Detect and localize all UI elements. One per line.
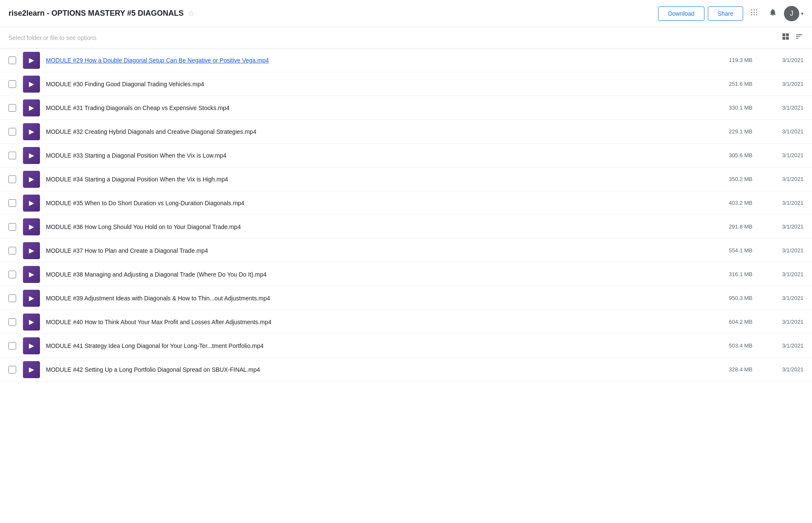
file-checkbox[interactable] bbox=[9, 294, 16, 302]
file-date: 3/1/2021 bbox=[752, 128, 803, 135]
header: rise2learn - OPTIONS MASTERY #5 DIAGONAL… bbox=[0, 0, 812, 27]
table-row[interactable]: ▶MODULE #31 Trading Diagonals on Cheap v… bbox=[0, 96, 812, 120]
svg-point-2 bbox=[756, 9, 758, 11]
header-actions: Download Share J ▾ bbox=[658, 5, 803, 22]
folder-options-placeholder: Select folder or file to see options bbox=[9, 34, 781, 41]
table-row[interactable]: ▶MODULE #40 How to Think About Your Max … bbox=[0, 310, 812, 334]
file-thumbnail: ▶ bbox=[23, 171, 40, 188]
file-thumbnail: ▶ bbox=[23, 195, 40, 212]
toolbar: Select folder or file to see options bbox=[0, 27, 812, 48]
file-checkbox[interactable] bbox=[9, 80, 16, 88]
file-thumbnail: ▶ bbox=[23, 52, 40, 69]
file-name[interactable]: MODULE #42 Setting Up a Long Portfolio D… bbox=[46, 366, 701, 373]
file-thumbnail: ▶ bbox=[23, 290, 40, 307]
file-date: 3/1/2021 bbox=[752, 152, 803, 158]
file-date: 3/1/2021 bbox=[752, 295, 803, 301]
file-checkbox[interactable] bbox=[9, 175, 16, 183]
table-row[interactable]: ▶MODULE #39 Adjustment Ideas with Diagon… bbox=[0, 286, 812, 310]
file-name[interactable]: MODULE #34 Starting a Diagonal Position … bbox=[46, 176, 701, 183]
svg-point-0 bbox=[751, 9, 752, 11]
table-row[interactable]: ▶MODULE #36 How Long Should You Hold on … bbox=[0, 215, 812, 239]
table-row[interactable]: ▶MODULE #37 How to Plan and Create a Dia… bbox=[0, 239, 812, 263]
file-size: 950.3 MB bbox=[701, 295, 752, 301]
file-name[interactable]: MODULE #40 How to Think About Your Max P… bbox=[46, 319, 701, 325]
file-checkbox[interactable] bbox=[9, 366, 16, 373]
file-size: 330.1 MB bbox=[701, 105, 752, 111]
avatar[interactable]: J bbox=[784, 6, 799, 21]
svg-point-7 bbox=[754, 14, 755, 16]
file-checkbox[interactable] bbox=[9, 128, 16, 136]
file-checkbox[interactable] bbox=[9, 104, 16, 112]
play-icon: ▶ bbox=[29, 127, 34, 136]
table-row[interactable]: ▶MODULE #35 When to Do Short Duration vs… bbox=[0, 191, 812, 215]
table-row[interactable]: ▶MODULE #32 Creating Hybrid Diagonals an… bbox=[0, 120, 812, 144]
file-date: 3/1/2021 bbox=[752, 57, 803, 63]
grid-view-icon[interactable] bbox=[781, 32, 790, 43]
play-icon: ▶ bbox=[29, 342, 34, 350]
file-size: 554.1 MB bbox=[701, 247, 752, 254]
file-thumbnail: ▶ bbox=[23, 242, 40, 259]
play-icon: ▶ bbox=[29, 246, 34, 254]
table-row[interactable]: ▶MODULE #41 Strategy Idea Long Diagonal … bbox=[0, 334, 812, 358]
file-checkbox[interactable] bbox=[9, 318, 16, 326]
download-button[interactable]: Download bbox=[658, 6, 704, 21]
play-icon: ▶ bbox=[29, 270, 34, 278]
file-checkbox[interactable] bbox=[9, 152, 16, 159]
file-name[interactable]: MODULE #33 Starting a Diagonal Position … bbox=[46, 152, 701, 159]
play-icon: ▶ bbox=[29, 318, 34, 326]
play-icon: ▶ bbox=[29, 199, 34, 207]
svg-point-8 bbox=[756, 14, 758, 16]
sort-icon[interactable] bbox=[795, 32, 803, 43]
file-date: 3/1/2021 bbox=[752, 319, 803, 325]
star-icon[interactable]: ☆ bbox=[188, 9, 195, 18]
file-checkbox[interactable] bbox=[9, 271, 16, 278]
apps-grid-icon[interactable] bbox=[747, 5, 762, 22]
file-thumbnail: ▶ bbox=[23, 266, 40, 283]
play-icon: ▶ bbox=[29, 80, 34, 88]
file-checkbox[interactable] bbox=[9, 342, 16, 350]
play-icon: ▶ bbox=[29, 151, 34, 159]
file-name[interactable]: MODULE #36 How Long Should You Hold on t… bbox=[46, 223, 701, 230]
file-name[interactable]: MODULE #41 Strategy Idea Long Diagonal f… bbox=[46, 342, 701, 349]
play-icon: ▶ bbox=[29, 365, 34, 373]
table-row[interactable]: ▶MODULE #34 Starting a Diagonal Position… bbox=[0, 167, 812, 191]
file-thumbnail: ▶ bbox=[23, 123, 40, 140]
file-name[interactable]: MODULE #30 Finding Good Diagonal Trading… bbox=[46, 81, 701, 88]
table-row[interactable]: ▶MODULE #38 Managing and Adjusting a Dia… bbox=[0, 263, 812, 286]
file-date: 3/1/2021 bbox=[752, 223, 803, 230]
file-thumbnail: ▶ bbox=[23, 99, 40, 116]
file-size: 251.6 MB bbox=[701, 81, 752, 87]
file-checkbox[interactable] bbox=[9, 57, 16, 64]
file-checkbox[interactable] bbox=[9, 247, 16, 254]
notifications-bell-icon[interactable] bbox=[765, 5, 781, 22]
file-name[interactable]: MODULE #39 Adjustment Ideas with Diagona… bbox=[46, 295, 701, 302]
file-checkbox[interactable] bbox=[9, 223, 16, 231]
user-menu[interactable]: J ▾ bbox=[784, 6, 803, 21]
file-name[interactable]: MODULE #29 How a Double Diagonal Setup C… bbox=[46, 57, 701, 64]
avatar-dropdown-icon[interactable]: ▾ bbox=[801, 11, 803, 17]
file-date: 3/1/2021 bbox=[752, 271, 803, 277]
file-date: 3/1/2021 bbox=[752, 81, 803, 87]
file-size: 604.2 MB bbox=[701, 319, 752, 325]
file-name[interactable]: MODULE #37 How to Plan and Create a Diag… bbox=[46, 247, 701, 254]
table-row[interactable]: ▶MODULE #29 How a Double Diagonal Setup … bbox=[0, 48, 812, 72]
play-icon: ▶ bbox=[29, 294, 34, 302]
table-row[interactable]: ▶MODULE #42 Setting Up a Long Portfolio … bbox=[0, 358, 812, 382]
file-thumbnail: ▶ bbox=[23, 147, 40, 164]
file-name[interactable]: MODULE #38 Managing and Adjusting a Diag… bbox=[46, 271, 701, 278]
svg-point-5 bbox=[756, 12, 758, 13]
file-checkbox[interactable] bbox=[9, 199, 16, 207]
table-row[interactable]: ▶MODULE #33 Starting a Diagonal Position… bbox=[0, 144, 812, 167]
table-row[interactable]: ▶MODULE #30 Finding Good Diagonal Tradin… bbox=[0, 72, 812, 96]
svg-point-4 bbox=[754, 12, 755, 13]
file-name[interactable]: MODULE #32 Creating Hybrid Diagonals and… bbox=[46, 128, 701, 135]
file-list: ▶MODULE #29 How a Double Diagonal Setup … bbox=[0, 48, 812, 382]
file-name[interactable]: MODULE #31 Trading Diagonals on Cheap vs… bbox=[46, 105, 701, 111]
share-button[interactable]: Share bbox=[708, 6, 743, 21]
svg-point-1 bbox=[754, 9, 755, 11]
file-date: 3/1/2021 bbox=[752, 105, 803, 111]
play-icon: ▶ bbox=[29, 223, 34, 231]
file-name[interactable]: MODULE #35 When to Do Short Duration vs … bbox=[46, 200, 701, 206]
file-size: 350.2 MB bbox=[701, 176, 752, 182]
file-date: 3/1/2021 bbox=[752, 247, 803, 254]
